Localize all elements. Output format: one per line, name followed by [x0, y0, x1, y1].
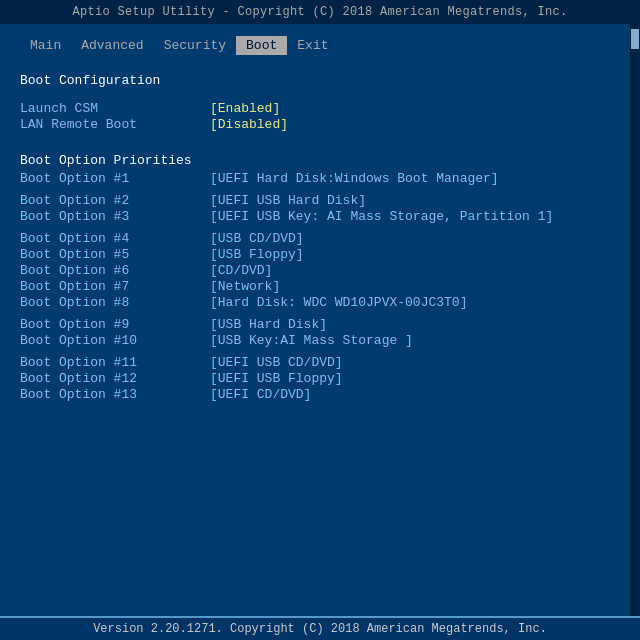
- boot-option-value-10[interactable]: [USB Key:AI Mass Storage ]: [210, 333, 413, 348]
- boot-option-row-13: Boot Option #13[UEFI CD/DVD]: [20, 387, 620, 402]
- boot-option-label-5: Boot Option #5: [20, 247, 210, 262]
- right-scrollbar[interactable]: [630, 24, 640, 616]
- screen: Aptio Setup Utility - Copyright (C) 2018…: [0, 0, 640, 640]
- boot-option-row-6: Boot Option #6[CD/DVD]: [20, 263, 620, 278]
- nav-item-advanced[interactable]: Advanced: [71, 36, 153, 55]
- boot-option-label-11: Boot Option #11: [20, 355, 210, 370]
- boot-option-value-4[interactable]: [USB CD/DVD]: [210, 231, 304, 246]
- boot-option-label-13: Boot Option #13: [20, 387, 210, 402]
- boot-option-value-5[interactable]: [USB Floppy]: [210, 247, 304, 262]
- title-bar: Aptio Setup Utility - Copyright (C) 2018…: [0, 0, 640, 22]
- boot-option-value-11[interactable]: [UEFI USB CD/DVD]: [210, 355, 343, 370]
- boot-option-row-4: Boot Option #4[USB CD/DVD]: [20, 231, 620, 246]
- boot-option-row-5: Boot Option #5[USB Floppy]: [20, 247, 620, 262]
- main-content: Main Advanced Security Boot Exit Boot Co…: [0, 24, 640, 616]
- title-text: Aptio Setup Utility - Copyright (C) 2018…: [72, 5, 567, 19]
- boot-option-label-4: Boot Option #4: [20, 231, 210, 246]
- lan-remote-boot-row: LAN Remote Boot [Disabled]: [20, 117, 620, 132]
- boot-option-label-8: Boot Option #8: [20, 295, 210, 310]
- boot-options-list: Boot Option #1[UEFI Hard Disk:Windows Bo…: [20, 171, 620, 402]
- boot-option-value-3[interactable]: [UEFI USB Key: AI Mass Storage, Partitio…: [210, 209, 553, 224]
- footer-text: Version 2.20.1271. Copyright (C) 2018 Am…: [93, 622, 547, 636]
- boot-option-row-12: Boot Option #12[UEFI USB Floppy]: [20, 371, 620, 386]
- boot-option-row-10: Boot Option #10[USB Key:AI Mass Storage …: [20, 333, 620, 348]
- lan-remote-boot-label: LAN Remote Boot: [20, 117, 210, 132]
- boot-option-value-7[interactable]: [Network]: [210, 279, 280, 294]
- footer: Version 2.20.1271. Copyright (C) 2018 Am…: [0, 616, 640, 640]
- boot-option-row-8: Boot Option #8[Hard Disk: WDC WD10JPVX-0…: [20, 295, 620, 310]
- boot-option-label-6: Boot Option #6: [20, 263, 210, 278]
- boot-option-value-1[interactable]: [UEFI Hard Disk:Windows Boot Manager]: [210, 171, 499, 186]
- boot-option-value-2[interactable]: [UEFI USB Hard Disk]: [210, 193, 366, 208]
- boot-option-row-9: Boot Option #9[USB Hard Disk]: [20, 317, 620, 332]
- boot-option-value-8[interactable]: [Hard Disk: WDC WD10JPVX-00JC3T0]: [210, 295, 467, 310]
- boot-option-label-1: Boot Option #1: [20, 171, 210, 186]
- launch-csm-label: Launch CSM: [20, 101, 210, 116]
- boot-option-value-9[interactable]: [USB Hard Disk]: [210, 317, 327, 332]
- boot-option-row-2: Boot Option #2[UEFI USB Hard Disk]: [20, 193, 620, 208]
- boot-option-row-7: Boot Option #7[Network]: [20, 279, 620, 294]
- boot-option-label-10: Boot Option #10: [20, 333, 210, 348]
- scrollbar-thumb[interactable]: [631, 29, 639, 49]
- priorities-title: Boot Option Priorities: [20, 153, 620, 168]
- boot-option-label-2: Boot Option #2: [20, 193, 210, 208]
- boot-option-value-6[interactable]: [CD/DVD]: [210, 263, 272, 278]
- nav-item-exit[interactable]: Exit: [287, 36, 338, 55]
- boot-option-label-3: Boot Option #3: [20, 209, 210, 224]
- boot-option-value-12[interactable]: [UEFI USB Floppy]: [210, 371, 343, 386]
- boot-option-row-3: Boot Option #3[UEFI USB Key: AI Mass Sto…: [20, 209, 620, 224]
- boot-option-value-13[interactable]: [UEFI CD/DVD]: [210, 387, 311, 402]
- section-title: Boot Configuration: [20, 73, 620, 88]
- lan-remote-boot-value[interactable]: [Disabled]: [210, 117, 288, 132]
- boot-option-row-11: Boot Option #11[UEFI USB CD/DVD]: [20, 355, 620, 370]
- nav-item-security[interactable]: Security: [154, 36, 236, 55]
- boot-option-row-1: Boot Option #1[UEFI Hard Disk:Windows Bo…: [20, 171, 620, 186]
- launch-csm-value[interactable]: [Enabled]: [210, 101, 280, 116]
- nav-item-boot[interactable]: Boot: [236, 36, 287, 55]
- nav-item-main[interactable]: Main: [20, 36, 71, 55]
- launch-csm-row: Launch CSM [Enabled]: [20, 101, 620, 116]
- boot-option-label-9: Boot Option #9: [20, 317, 210, 332]
- boot-option-label-7: Boot Option #7: [20, 279, 210, 294]
- boot-option-label-12: Boot Option #12: [20, 371, 210, 386]
